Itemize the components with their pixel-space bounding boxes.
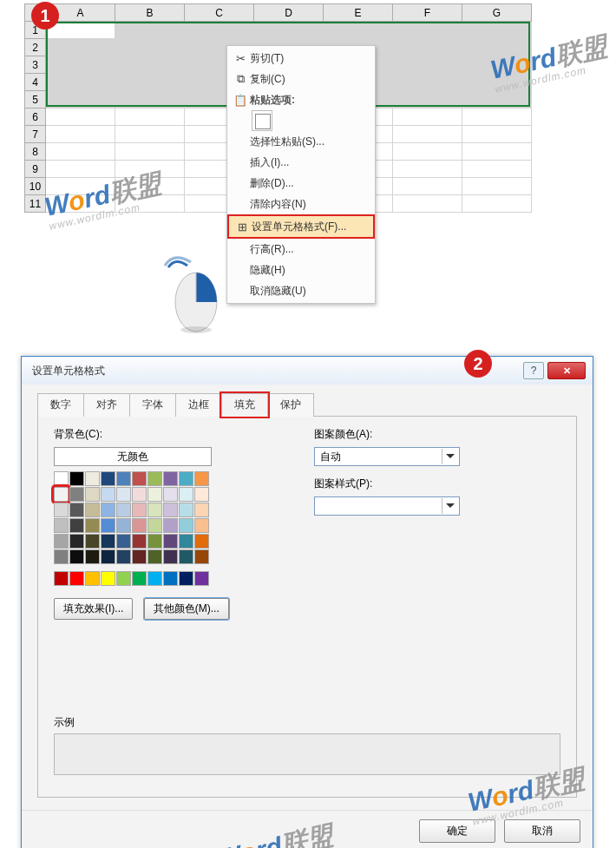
cell[interactable]	[462, 178, 532, 195]
cell[interactable]	[393, 56, 462, 74]
color-swatch[interactable]	[194, 518, 209, 533]
color-swatch[interactable]	[163, 518, 178, 533]
color-swatch[interactable]	[132, 518, 147, 533]
color-swatch[interactable]	[101, 549, 115, 564]
color-swatch[interactable]	[85, 503, 100, 517]
color-swatch[interactable]	[163, 503, 178, 517]
color-swatch[interactable]	[163, 571, 178, 586]
cell[interactable]	[393, 161, 462, 178]
color-swatch[interactable]	[85, 487, 100, 502]
tab-0[interactable]: 数字	[37, 393, 84, 417]
color-swatch[interactable]	[194, 503, 209, 517]
row-header[interactable]: 7	[25, 126, 46, 143]
color-swatch[interactable]	[101, 518, 115, 533]
row-header[interactable]: 4	[25, 74, 46, 91]
menu-insert[interactable]: 插入(I)...	[227, 152, 375, 173]
row-header[interactable]: 2	[25, 39, 46, 56]
cell[interactable]	[185, 22, 254, 39]
cell[interactable]	[462, 91, 532, 108]
menu-cut[interactable]: ✂剪切(T)	[227, 48, 375, 69]
color-swatch[interactable]	[69, 518, 84, 533]
color-swatch[interactable]	[101, 534, 115, 549]
cell[interactable]	[115, 22, 185, 39]
menu-paste-option[interactable]	[227, 110, 375, 131]
cell[interactable]	[393, 91, 462, 108]
cell[interactable]	[462, 143, 532, 161]
color-swatch[interactable]	[54, 571, 69, 586]
cell[interactable]	[46, 178, 115, 195]
color-swatch[interactable]	[116, 471, 131, 486]
color-swatch[interactable]	[85, 471, 100, 486]
color-swatch[interactable]	[101, 471, 115, 486]
cell[interactable]	[115, 74, 185, 91]
cell[interactable]	[462, 108, 532, 126]
color-swatch[interactable]	[116, 503, 131, 517]
pattern-style-combo[interactable]	[314, 496, 460, 516]
cell[interactable]	[46, 143, 115, 161]
menu-hide[interactable]: 隐藏(H)	[227, 260, 375, 280]
color-swatch[interactable]	[85, 534, 100, 549]
cell[interactable]	[462, 74, 532, 91]
cell[interactable]	[46, 108, 115, 126]
row-header[interactable]: 9	[25, 161, 46, 178]
cell[interactable]	[46, 161, 115, 178]
tab-2[interactable]: 字体	[129, 393, 176, 417]
color-swatch[interactable]	[179, 518, 193, 533]
color-swatch[interactable]	[54, 534, 69, 549]
help-button[interactable]: ?	[523, 362, 544, 379]
cell[interactable]	[46, 39, 115, 56]
cell[interactable]	[462, 126, 532, 143]
tab-1[interactable]: 对齐	[83, 393, 130, 417]
color-swatch[interactable]	[179, 471, 193, 486]
color-swatch[interactable]	[69, 534, 84, 549]
row-header[interactable]: 11	[25, 195, 46, 213]
color-swatch[interactable]	[54, 518, 69, 533]
color-swatch[interactable]	[85, 549, 100, 564]
color-swatch[interactable]	[132, 549, 147, 564]
color-swatch[interactable]	[179, 487, 193, 502]
cell[interactable]	[254, 22, 324, 39]
color-swatch[interactable]	[147, 487, 162, 502]
color-swatch[interactable]	[54, 487, 69, 502]
color-swatch[interactable]	[194, 549, 209, 564]
cell[interactable]	[115, 195, 185, 213]
color-swatch[interactable]	[54, 549, 69, 564]
cell[interactable]	[46, 74, 115, 91]
cell[interactable]	[393, 195, 462, 213]
cell[interactable]	[115, 143, 185, 161]
fill-effects-button[interactable]: 填充效果(I)...	[54, 598, 133, 620]
color-swatch[interactable]	[116, 518, 131, 533]
color-swatch[interactable]	[69, 503, 84, 517]
menu-copy[interactable]: ⧉复制(C)	[227, 69, 375, 89]
cell[interactable]	[115, 91, 185, 108]
color-swatch[interactable]	[116, 549, 131, 564]
color-swatch[interactable]	[116, 487, 131, 502]
color-swatch[interactable]	[101, 487, 115, 502]
cell[interactable]	[115, 161, 185, 178]
color-swatch[interactable]	[147, 518, 162, 533]
color-swatch[interactable]	[85, 571, 100, 586]
color-swatch[interactable]	[179, 503, 193, 517]
color-swatch[interactable]	[194, 571, 209, 586]
color-swatch[interactable]	[132, 503, 147, 517]
color-swatch[interactable]	[69, 571, 84, 586]
color-swatch[interactable]	[54, 471, 69, 486]
tab-4[interactable]: 填充	[221, 393, 268, 417]
color-swatch[interactable]	[163, 487, 178, 502]
color-swatch[interactable]	[132, 471, 147, 486]
color-swatch[interactable]	[132, 571, 147, 586]
cell[interactable]	[462, 161, 532, 178]
col-header[interactable]: G	[462, 4, 532, 22]
color-swatch[interactable]	[194, 487, 209, 502]
cell[interactable]	[462, 195, 532, 213]
menu-format-cells[interactable]: ⊞设置单元格格式(F)...	[229, 216, 373, 237]
menu-clear-contents[interactable]: 清除内容(N)	[227, 194, 375, 214]
menu-paste-special[interactable]: 选择性粘贴(S)...	[227, 131, 375, 152]
cell[interactable]	[393, 108, 462, 126]
col-header[interactable]: B	[115, 4, 185, 22]
cell[interactable]	[115, 108, 185, 126]
color-swatch[interactable]	[132, 487, 147, 502]
cell[interactable]	[115, 178, 185, 195]
color-swatch[interactable]	[163, 549, 178, 564]
cell[interactable]	[46, 91, 115, 108]
